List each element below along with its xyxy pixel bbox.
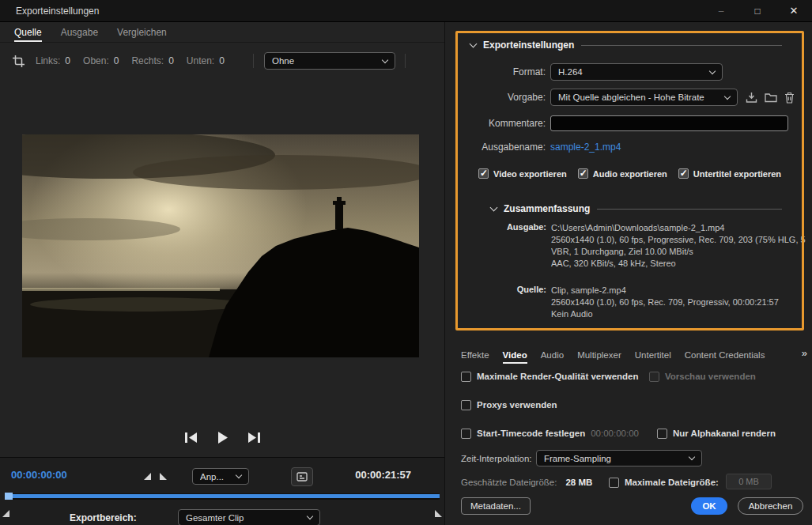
tab-quelle[interactable]: Quelle — [14, 22, 42, 42]
start-timecode-row: Start-Timecode festlegen 00:00:00:00 Nur… — [461, 427, 803, 440]
checkbox-checked-icon — [678, 168, 689, 179]
render-quality-row: Maximale Render-Qualität verwenden Vorsc… — [461, 370, 803, 383]
divider — [597, 209, 782, 210]
playhead-handle[interactable] — [5, 493, 13, 500]
tab-content-credentials[interactable]: Content Credentials — [685, 346, 765, 364]
timeline-right-handle-icon[interactable] — [435, 510, 442, 517]
render-alpha-only-checkbox[interactable] — [657, 429, 667, 439]
max-file-size-checkbox[interactable] — [609, 478, 619, 488]
use-previews-group: Vorschau verwenden — [649, 372, 756, 382]
summary-source-label: Quelle: — [445, 285, 546, 320]
transport-controls — [0, 431, 444, 444]
divider — [253, 54, 254, 68]
set-out-point-icon[interactable] — [160, 473, 167, 480]
zoom-level-dropdown[interactable]: Anp... — [192, 468, 249, 485]
comments-row: Kommentare: — [445, 115, 801, 131]
estimated-size-label: Geschätzte Dateigröße: — [461, 478, 557, 487]
alpha-only-group: Nur Alphakanal rendern — [657, 429, 776, 439]
start-timecode-value: 00:00:00:00 — [591, 429, 639, 438]
export-captions-checkbox[interactable]: Untertitel exportieren — [678, 168, 781, 179]
tab-effekte[interactable]: Effekte — [461, 346, 489, 364]
window-controls: – □ ✕ — [703, 0, 812, 21]
minimize-button[interactable]: – — [703, 0, 739, 21]
format-dropdown[interactable]: H.264 — [550, 63, 723, 81]
export-range-dropdown[interactable]: Gesamter Clip — [178, 509, 320, 525]
save-preset-icon[interactable] — [746, 92, 757, 104]
tab-video[interactable]: Video — [503, 346, 527, 364]
tabs-overflow-chevron-icon[interactable]: » — [802, 347, 807, 359]
comments-input[interactable] — [550, 115, 788, 131]
time-interpolation-dropdown[interactable]: Frame-Sampling — [536, 450, 702, 466]
export-audio-checkbox[interactable]: Audio exportieren — [578, 168, 667, 179]
time-interpolation-label: Zeit-Interpolation: — [461, 454, 532, 463]
estimated-size-value: 28 MB — [565, 478, 592, 487]
titlebar: Exporteinstellungen – □ ✕ — [0, 0, 812, 22]
summary-source-block: Quelle: Clip, sample-2.mp4 2560x1440 (1.… — [445, 285, 806, 320]
chevron-down-icon — [689, 454, 695, 460]
output-name-link[interactable]: sample-2_1.mp4 — [550, 142, 621, 153]
summary-output-block: Ausgabe: C:\Users\Admin\Downloads\sample… — [445, 222, 806, 270]
import-preset-folder-icon[interactable] — [765, 92, 777, 103]
crop-left-field[interactable]: Links: 0 — [36, 55, 70, 66]
time-interpolation-row: Zeit-Interpolation: Frame-Sampling — [461, 452, 803, 465]
delete-preset-trash-icon[interactable] — [784, 92, 795, 104]
step-back-button[interactable] — [183, 432, 198, 444]
max-file-size-input[interactable]: 0 MB — [726, 474, 772, 489]
source-panel: Quelle Ausgabe Vergleichen Links: 0 Oben… — [0, 22, 444, 525]
timeline-left-handle-icon[interactable] — [2, 510, 9, 517]
crop-bottom-field[interactable]: Unten: 0 — [187, 55, 225, 66]
use-previews-checkbox — [649, 372, 659, 382]
step-forward-button[interactable] — [247, 432, 262, 444]
tab-multiplexer[interactable]: Multiplexer — [577, 346, 621, 364]
set-in-point-icon[interactable] — [144, 473, 151, 480]
cancel-button[interactable]: Abbrechen — [738, 497, 803, 515]
summary-output-label: Ausgabe: — [445, 222, 546, 270]
export-range-label: Exportbereich: — [70, 512, 137, 523]
output-name-row: Ausgabename: sample-2_1.mp4 — [445, 142, 801, 153]
chevron-down-icon — [382, 56, 388, 62]
summary-source-line: 2560x1440 (1.0), 60 fps, Rec. 709, Progr… — [551, 296, 806, 308]
summary-output-line: AAC, 320 KBit/s, 48 kHz, Stereo — [551, 258, 806, 270]
summary-output-line: 2560x1440 (1.0), 60 fps, Progressive, Re… — [551, 234, 806, 246]
export-video-checkbox[interactable]: Video exportieren — [478, 168, 567, 179]
format-label: Format: — [445, 66, 546, 77]
chevron-down-icon — [724, 93, 731, 99]
chevron-down-icon — [709, 67, 716, 74]
export-toggle-row: Video exportieren Audio exportieren Unte… — [478, 168, 781, 179]
summary-source-line: Kein Audio — [551, 308, 806, 320]
tab-ausgabe[interactable]: Ausgabe — [61, 22, 98, 42]
max-file-size-group: Maximale Dateigröße: — [609, 478, 719, 488]
output-name-label: Ausgabename: — [445, 142, 546, 153]
duration-timecode: 00:00:21:57 — [355, 469, 411, 481]
metadata-button[interactable]: Metadaten... — [461, 497, 531, 515]
preset-label: Vorgabe: — [445, 92, 546, 103]
use-proxies-checkbox[interactable] — [461, 400, 471, 410]
play-button[interactable] — [216, 431, 229, 444]
crop-preset-dropdown[interactable]: Ohne — [264, 52, 395, 70]
close-button[interactable]: ✕ — [776, 0, 812, 21]
crop-right-field[interactable]: Rechts: 0 — [131, 55, 173, 66]
ok-button[interactable]: OK — [691, 497, 727, 515]
current-timecode[interactable]: 00:00:00:00 — [11, 469, 67, 481]
tab-vergleichen[interactable]: Vergleichen — [117, 22, 167, 42]
preset-dropdown[interactable]: Mit Quelle abgleichen - Hohe Bitrate — [550, 89, 738, 106]
timeline-range-bar[interactable] — [5, 494, 440, 498]
playback-settings-button[interactable] — [291, 467, 313, 486]
chevron-down-icon — [490, 203, 498, 211]
export-settings-section-header[interactable]: Exporteinstellungen — [470, 40, 782, 51]
max-render-quality-checkbox[interactable] — [461, 372, 471, 382]
format-row: Format: H.264 — [445, 63, 801, 81]
source-tabs: Quelle Ausgabe Vergleichen — [0, 22, 444, 43]
tab-untertitel[interactable]: Untertitel — [635, 346, 671, 364]
summary-section-header[interactable]: Zusammenfassung — [491, 203, 782, 214]
divider — [405, 54, 406, 68]
set-start-timecode-checkbox[interactable] — [461, 429, 471, 439]
crop-icon[interactable] — [13, 55, 25, 67]
summary-output-line: VBR, 1 Durchgang, Ziel 10.00 MBit/s — [551, 246, 806, 258]
tab-audio[interactable]: Audio — [541, 346, 564, 364]
divider — [581, 45, 782, 46]
timeline-bar: 00:00:00:00 Anp... 00:00:21:57 Exportber… — [0, 457, 444, 525]
chevron-down-icon — [470, 40, 478, 47]
maximize-button[interactable]: □ — [739, 0, 776, 21]
crop-top-field[interactable]: Oben: 0 — [83, 55, 119, 66]
